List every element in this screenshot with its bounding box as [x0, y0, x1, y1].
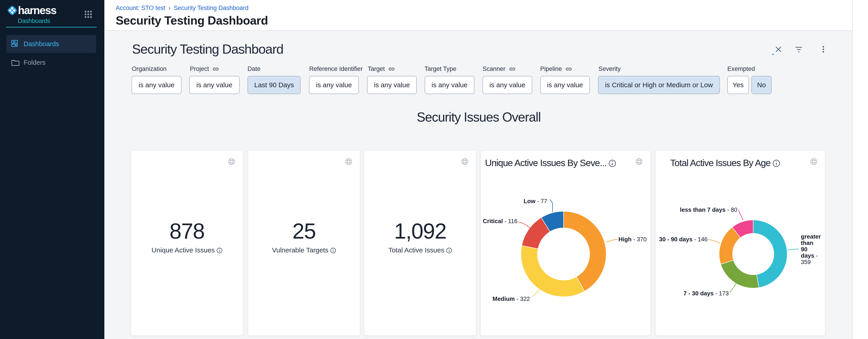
- svg-text:359: 359: [801, 259, 811, 265]
- svg-text:90: 90: [801, 246, 807, 253]
- svg-text:greater: greater: [801, 233, 821, 240]
- svg-text:Medium - 322: Medium - 322: [493, 295, 530, 302]
- svg-text:30 - 90 days - 146: 30 - 90 days - 146: [659, 236, 708, 243]
- svg-text:Low - 77: Low - 77: [524, 198, 547, 204]
- svg-text:than: than: [801, 239, 813, 246]
- svg-text:High - 370: High - 370: [618, 236, 647, 243]
- svg-text:days -: days -: [801, 252, 818, 259]
- svg-text:less than 7 days - 80: less than 7 days - 80: [680, 206, 737, 213]
- svg-text:7 - 30 days - 173: 7 - 30 days - 173: [684, 290, 729, 297]
- svg-text:Critical - 116: Critical - 116: [483, 218, 518, 225]
